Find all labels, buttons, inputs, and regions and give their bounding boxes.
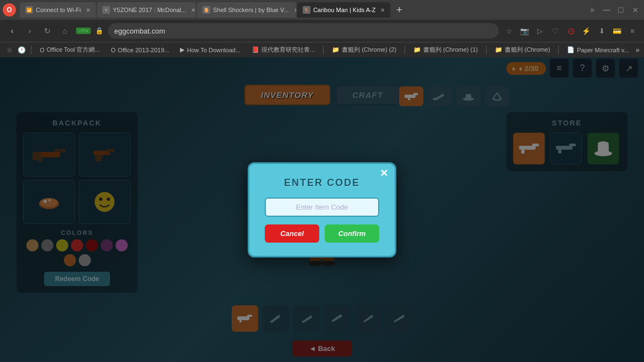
new-tab-button[interactable]: + — [391, 2, 407, 18]
modal-close-button[interactable]: ✕ — [380, 168, 388, 178]
tab-favicon-3: 🥚 — [203, 6, 210, 14]
bookmark-favicon-4: 📕 — [252, 46, 259, 53]
modal-confirm-button[interactable]: Confirm — [325, 224, 379, 243]
tab-caribou[interactable]: 🦌 Caribou Man | Kids A-Z ✕ — [297, 2, 391, 18]
modal-cancel-button[interactable]: Cancel — [265, 224, 319, 243]
bookmark-label-2: Office 2013-2019... — [118, 47, 169, 53]
bookmark-label-8: Paper Minecraft v... — [577, 47, 629, 53]
tab-favicon-4: 🦌 — [303, 6, 310, 14]
window-close-icon[interactable]: ✕ — [629, 4, 641, 16]
bookmark-favicon-3: ▶ — [180, 46, 184, 53]
bookmark-label-6: 書籤列 (Chrome) (1) — [423, 46, 478, 54]
tab-connect-wifi[interactable]: 📶 Connect to Wi-Fi ✕ — [20, 2, 96, 18]
bookmark-item-1[interactable]: O Office Tool 官方網... — [35, 45, 104, 55]
bookmark-icon[interactable]: ☆ — [503, 25, 515, 37]
bookmark-label-1: Office Tool 官方網... — [47, 46, 100, 54]
bookmark-item-6[interactable]: 📁 書籤列 (Chrome) (1) — [409, 45, 482, 55]
tab-label-2: Y5ZONE 2017 : McDonal... — [113, 7, 186, 13]
bookmark-separator — [31, 46, 31, 54]
heart-icon[interactable]: ♡ — [549, 25, 561, 37]
screenshot-icon[interactable]: 📷 — [519, 25, 531, 37]
game-area: ♦ ♦ 2/30 ≡ ? ⚙ ↗ INVENTORY CRAFT — [0, 57, 644, 362]
bookmark-favicon-5: 📁 — [332, 46, 340, 53]
browser-chrome: O 📶 Connect to Wi-Fi ✕ Y Y5ZONE 2017 : M… — [0, 0, 644, 57]
tab-close-2[interactable]: ✕ — [191, 7, 195, 13]
enter-code-modal: ✕ ENTER CODE Cancel Confirm — [248, 162, 396, 257]
bookmark-favicon-8: 📄 — [567, 46, 575, 53]
history-icon[interactable]: 🕐 — [17, 44, 28, 56]
opera-icon[interactable]: ⊙ — [565, 25, 577, 37]
bookmark-separator-5 — [558, 46, 559, 54]
window-menu-icon[interactable]: ≡ — [586, 4, 598, 16]
bookmark-label-7: 書籤列 (Chrome) — [505, 46, 550, 54]
play-icon[interactable]: ▷ — [534, 25, 546, 37]
tab-label-1: Connect to Wi-Fi — [36, 7, 81, 13]
tab-favicon-2: Y — [102, 6, 110, 14]
home-nav-button[interactable]: ⌂ — [58, 24, 72, 37]
bookmark-favicon-7: 📁 — [495, 46, 503, 53]
browser-logo: O — [3, 3, 16, 17]
nav-right-icons: ☆ 📷 ▷ ♡ ⊙ ⚡ ⬇ 💳 ≡ — [503, 25, 638, 37]
lightning-icon[interactable]: ⚡ — [580, 25, 592, 37]
nav-bar: ‹ › ↻ ⌂ VPN 🔒 eggcombat.com ☆ 📷 ▷ ♡ ⊙ ⚡ … — [0, 20, 644, 42]
bookmark-item-8[interactable]: 📄 Paper Minecraft v... — [563, 45, 634, 54]
wallet-icon[interactable]: 💳 — [611, 25, 623, 37]
tab-bar: O 📶 Connect to Wi-Fi ✕ Y Y5ZONE 2017 : M… — [0, 0, 644, 20]
tab-close-4[interactable]: ✕ — [380, 7, 385, 13]
bookmark-item-3[interactable]: ▶ How To Download... — [176, 45, 245, 54]
menu-icon[interactable]: ≡ — [626, 25, 638, 37]
address-bar[interactable]: eggcombat.com — [108, 23, 499, 39]
bookmark-item-4[interactable]: 📕 現代教育研究社青... — [247, 45, 319, 55]
bookmark-label-3: How To Download... — [187, 47, 241, 53]
vpn-badge: VPN — [76, 28, 91, 34]
bookmark-separator-3 — [405, 46, 405, 54]
back-nav-button[interactable]: ‹ — [6, 24, 19, 37]
modal-overlay: ✕ ENTER CODE Cancel Confirm — [0, 57, 644, 362]
item-code-input[interactable] — [265, 198, 379, 217]
lock-icon: 🔒 — [95, 27, 103, 35]
bookmark-label-4: 現代教育研究社青... — [261, 46, 315, 54]
tab-label-3: Shell Shockers | by Blue V... — [213, 7, 289, 13]
bookmark-separator-2 — [323, 46, 324, 54]
tab-close-3[interactable]: ✕ — [294, 7, 296, 13]
window-maximize-icon[interactable]: ☐ — [615, 4, 627, 16]
tab-y5zone[interactable]: Y Y5ZONE 2017 : McDonal... ✕ — [97, 2, 196, 18]
bookmark-label-5: 書籤列 (Chrome) (2) — [342, 46, 396, 54]
bookmark-favicon-2: O — [111, 47, 116, 53]
download-icon[interactable]: ⬇ — [596, 25, 608, 37]
tab-shell-shockers[interactable]: 🥚 Shell Shockers | by Blue V... ✕ — [197, 2, 296, 18]
bookmark-separator-4 — [486, 46, 487, 54]
bookmark-bar: ☆ 🕐 O Office Tool 官方網... O Office 2013-2… — [0, 42, 644, 57]
tab-close-1[interactable]: ✕ — [86, 7, 90, 13]
tab-favicon-1: 📶 — [25, 6, 33, 14]
forward-nav-button[interactable]: › — [23, 24, 36, 37]
modal-title: ENTER CODE — [265, 177, 379, 189]
window-minimize-icon[interactable]: ─ — [601, 4, 613, 16]
bookmark-favicon-1: O — [40, 47, 45, 53]
bookmarks-sidebar-icon[interactable]: ☆ — [4, 44, 15, 56]
modal-buttons: Cancel Confirm — [265, 224, 379, 243]
bookmark-item-5[interactable]: 📁 書籤列 (Chrome) (2) — [328, 45, 401, 55]
more-bookmarks-button[interactable]: » — [636, 46, 640, 54]
bookmark-item-7[interactable]: 📁 書籤列 (Chrome) — [490, 45, 555, 55]
refresh-nav-button[interactable]: ↻ — [41, 24, 54, 37]
url-text: eggcombat.com — [114, 27, 166, 35]
tab-label-4: Caribou Man | Kids A-Z — [313, 7, 376, 13]
bookmark-favicon-6: 📁 — [413, 46, 421, 53]
bookmark-item-2[interactable]: O Office 2013-2019... — [107, 46, 174, 54]
